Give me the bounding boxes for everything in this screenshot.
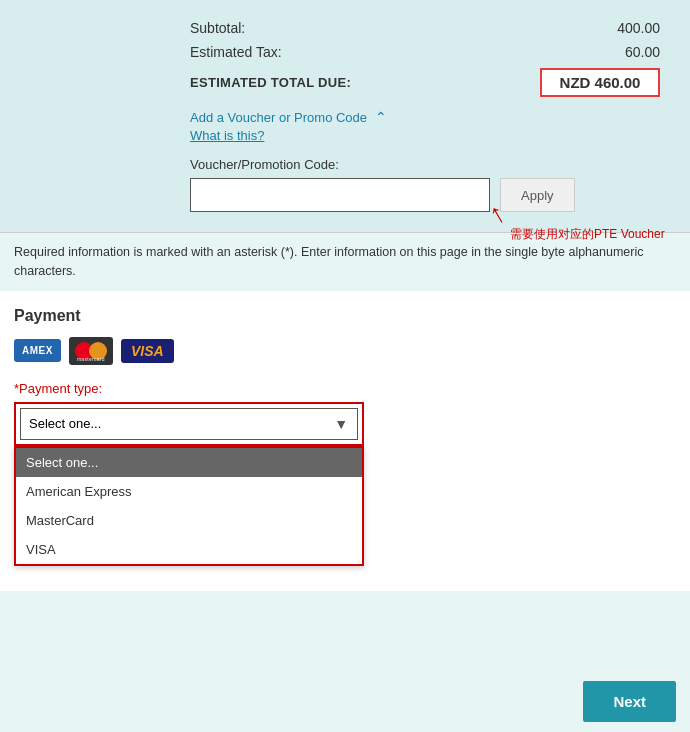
payment-type-select[interactable]: Select one... American Express MasterCar…	[20, 408, 358, 440]
annotation-text: 需要使用对应的PTE Voucher	[510, 226, 665, 243]
dropdown-item-amex[interactable]: American Express	[16, 477, 362, 506]
payment-section: Payment AMEX mastercard VISA *Payment ty…	[0, 291, 690, 591]
mastercard-logo: mastercard	[69, 337, 113, 365]
select-wrapper: Select one... American Express MasterCar…	[20, 408, 358, 440]
tax-value: 60.00	[580, 44, 660, 60]
voucher-input[interactable]	[190, 178, 490, 212]
voucher-link-row: Add a Voucher or Promo Code ⌃	[30, 109, 660, 125]
payment-dropdown-wrapper: Select one... American Express MasterCar…	[14, 402, 364, 446]
next-button[interactable]: Next	[583, 681, 676, 722]
what-is-this-row: What is this?	[30, 127, 660, 143]
next-button-container: Next	[569, 671, 690, 732]
card-logos: AMEX mastercard VISA	[14, 337, 676, 365]
tax-label: Estimated Tax:	[190, 44, 282, 60]
voucher-section: Voucher/Promotion Code: Apply ↑ 需要使用对应的P…	[30, 157, 660, 212]
total-label: ESTIMATED TOTAL DUE:	[190, 75, 351, 90]
tax-row: Estimated Tax: 60.00	[30, 44, 660, 60]
chevron-up-icon: ⌃	[375, 109, 387, 125]
dropdown-item-mc[interactable]: MasterCard	[16, 506, 362, 535]
amex-logo: AMEX	[14, 339, 61, 362]
subtotal-value: 400.00	[580, 20, 660, 36]
visa-logo: VISA	[121, 339, 174, 363]
voucher-link[interactable]: Add a Voucher or Promo Code	[190, 110, 367, 125]
annotation-container: ↑ 需要使用对应的PTE Voucher	[480, 198, 665, 243]
subtotal-row: Subtotal: 400.00	[30, 20, 660, 36]
dropdown-open: Select one... American Express MasterCar…	[14, 446, 364, 566]
info-text: Required information is marked with an a…	[14, 245, 643, 278]
voucher-label: Voucher/Promotion Code:	[190, 157, 660, 172]
dropdown-item-visa[interactable]: VISA	[16, 535, 362, 564]
total-value: NZD 460.00	[540, 68, 660, 97]
payment-type-label: *Payment type:	[14, 381, 676, 396]
total-row: ESTIMATED TOTAL DUE: NZD 460.00	[30, 68, 660, 97]
what-is-this-link[interactable]: What is this?	[190, 128, 264, 143]
payment-title: Payment	[14, 307, 676, 325]
subtotal-label: Subtotal:	[190, 20, 245, 36]
dropdown-item-select-one[interactable]: Select one...	[16, 448, 362, 477]
top-section: Subtotal: 400.00 Estimated Tax: 60.00 ES…	[0, 0, 690, 232]
arrow-icon: ↑	[483, 197, 511, 232]
voucher-input-row: Apply ↑ 需要使用对应的PTE Voucher	[190, 178, 660, 212]
